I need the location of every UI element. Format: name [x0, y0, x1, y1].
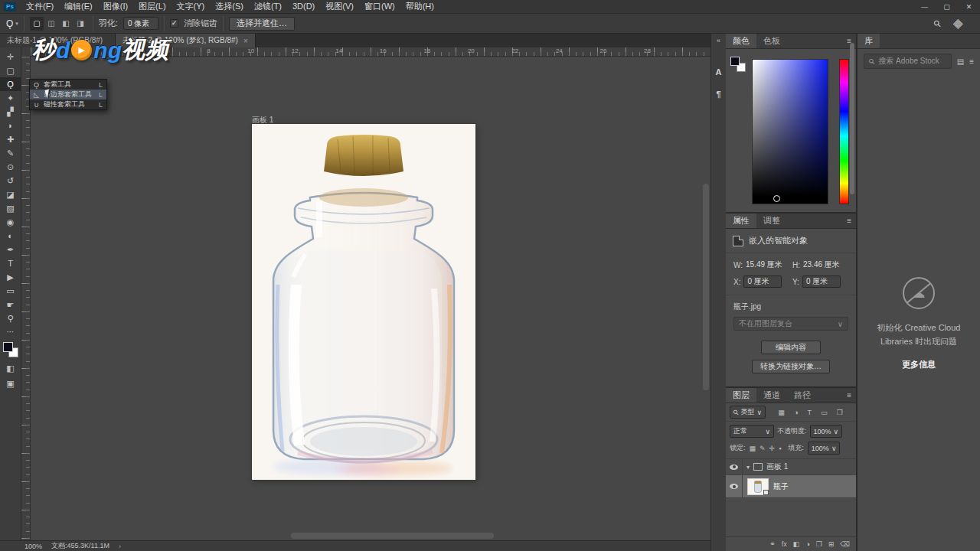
collapse-panels-icon[interactable]: «	[717, 37, 720, 44]
new-layer-icon[interactable]: ⊞	[828, 540, 835, 548]
move-tool-button[interactable]: ✛	[0, 50, 21, 64]
x-input[interactable]: 0 厘米	[743, 276, 782, 288]
menu-image[interactable]: 图像(I)	[98, 0, 133, 13]
flyout-item-lasso-tool[interactable]: Ǫ 套索工具 L	[30, 80, 106, 90]
blur-tool-button[interactable]: ◉	[0, 215, 21, 229]
library-menu-icon[interactable]: ≡	[969, 57, 974, 66]
type-tool-button[interactable]: T	[0, 256, 21, 270]
tab-color[interactable]: 颜色	[726, 34, 756, 48]
subtract-from-selection-button[interactable]: ◧	[59, 17, 73, 31]
layer-comp-select[interactable]: 不在用图层复合 ∨	[733, 317, 848, 331]
menu-select[interactable]: 选择(S)	[210, 0, 249, 13]
marquee-tool-button[interactable]: ▢	[0, 64, 21, 77]
quick-selection-tool-button[interactable]: ✦	[0, 91, 21, 105]
workspace-switcher-icon[interactable]: ▦	[950, 17, 964, 31]
zoom-level-field[interactable]: 100%	[24, 543, 42, 550]
filter-shape-layers-icon[interactable]: ▭	[821, 409, 828, 416]
add-mask-icon[interactable]: ◧	[793, 540, 800, 548]
menu-help[interactable]: 帮助(H)	[400, 0, 439, 13]
horizontal-scrollbar[interactable]	[291, 533, 494, 539]
layer-row-bottle[interactable]: 瓶子	[726, 475, 856, 498]
layer-thumbnail[interactable]	[747, 478, 769, 495]
fg-bg-mini-swatches[interactable]	[730, 57, 747, 73]
delete-layer-icon[interactable]: ⌫	[840, 540, 850, 548]
crop-tool-button[interactable]: ▞	[0, 105, 21, 119]
lock-pixels-icon[interactable]: ✎	[760, 445, 766, 452]
height-value[interactable]: 23.46 厘米	[803, 259, 840, 270]
color-picker-marker[interactable]	[773, 195, 780, 202]
layer-row-artboard[interactable]: ▾ 画板 1	[726, 459, 856, 475]
more-info-link[interactable]: 更多信息	[902, 359, 936, 370]
tab-paths[interactable]: 路径	[787, 388, 818, 403]
filter-adjustment-layers-icon[interactable]: ◑	[794, 409, 798, 416]
flyout-item-magnetic-lasso-tool[interactable]: ∪ 磁性套索工具 L	[30, 99, 106, 109]
y-input[interactable]: 0 厘米	[802, 276, 841, 288]
eraser-tool-button[interactable]: ◪	[0, 187, 21, 201]
filter-pixel-layers-icon[interactable]: ▦	[778, 409, 785, 416]
search-icon[interactable]: ⚲	[931, 17, 943, 29]
menu-view[interactable]: 视图(V)	[320, 0, 359, 13]
menu-type[interactable]: 文字(Y)	[172, 0, 211, 13]
menu-layer[interactable]: 图层(L)	[133, 0, 171, 13]
gradient-tool-button[interactable]: ▨	[0, 201, 21, 215]
visibility-cell[interactable]	[726, 459, 743, 474]
add-to-selection-button[interactable]: ◫	[44, 17, 58, 31]
maximize-button[interactable]: ▢	[936, 0, 958, 13]
antialias-checkbox[interactable]: ✓	[170, 19, 178, 28]
paragraph-panel-icon[interactable]: ¶	[716, 90, 720, 99]
filter-type-layers-icon[interactable]: T	[808, 409, 812, 416]
blend-mode-select[interactable]: 正常 ∨	[730, 425, 774, 438]
menu-edit[interactable]: 编辑(E)	[59, 0, 98, 13]
layer-name[interactable]: 画板 1	[766, 461, 788, 472]
vertical-scrollbar[interactable]	[703, 184, 709, 390]
healing-brush-tool-button[interactable]: ✚	[0, 132, 21, 146]
library-search-input[interactable]: ⚲ 搜索 Adobe Stock	[864, 54, 952, 69]
brush-tool-button[interactable]: ✎	[0, 146, 21, 160]
menu-file[interactable]: 文件(F)	[21, 0, 59, 13]
hue-slider[interactable]	[839, 59, 849, 204]
lasso-tool-button[interactable]: Ǫ	[0, 77, 21, 91]
layer-name[interactable]: 瓶子	[773, 481, 789, 492]
zoom-tool-button[interactable]: ⚲	[0, 311, 21, 325]
tab-channels[interactable]: 通道	[756, 388, 787, 403]
close-tab-icon[interactable]: ×	[243, 37, 248, 45]
eye-icon[interactable]	[730, 484, 738, 489]
adjustment-layer-icon[interactable]: ◑	[805, 540, 809, 548]
lock-position-icon[interactable]: ✛	[769, 445, 776, 452]
menu-window[interactable]: 窗口(W)	[359, 0, 400, 13]
filter-kind-select[interactable]: ⚲ 类型 ∨	[730, 406, 766, 419]
panel-menu-icon[interactable]: ≡	[842, 388, 856, 403]
link-layers-icon[interactable]: ⚭	[769, 540, 776, 548]
width-value[interactable]: 15.49 厘米	[746, 259, 782, 270]
menu-filter[interactable]: 滤镜(T)	[249, 0, 287, 13]
lock-transparency-icon[interactable]: ▦	[750, 445, 756, 452]
edit-contents-button[interactable]: 编辑内容	[761, 341, 821, 354]
shape-tool-button[interactable]: ▭	[0, 284, 21, 298]
eyedropper-tool-button[interactable]: ◗	[0, 119, 21, 132]
expand-collapse-icon[interactable]: ▾	[743, 464, 753, 471]
pen-tool-button[interactable]: ✒	[0, 243, 21, 256]
foreground-background-swatches[interactable]	[2, 341, 19, 358]
saturation-brightness-square[interactable]	[752, 59, 828, 204]
canvas-area[interactable]: 0246810121416182022242628 画板 1	[21, 47, 710, 540]
menu-3d[interactable]: 3D(D)	[287, 0, 320, 13]
character-panel-icon[interactable]: A	[716, 67, 722, 77]
panel-menu-icon[interactable]: ≡	[842, 214, 856, 228]
close-button[interactable]: ✕	[958, 0, 980, 13]
clone-stamp-tool-button[interactable]: ⊙	[0, 160, 21, 174]
document-tab-2[interactable]: 未标题-2 @ 100% (梦幻, RGB/8#) ×	[116, 34, 256, 47]
current-tool-preset[interactable]: Ǫ ▾	[6, 18, 18, 29]
visibility-cell[interactable]	[726, 475, 743, 497]
foreground-color-swatch[interactable]	[3, 342, 13, 352]
minimize-button[interactable]: —	[913, 0, 936, 13]
list-view-icon[interactable]: ▤	[957, 57, 964, 66]
filter-smart-objects-icon[interactable]: ❐	[837, 409, 843, 416]
opacity-select[interactable]: 100% ∨	[810, 425, 843, 438]
screen-mode-icon[interactable]: ▣	[6, 379, 14, 389]
layer-style-icon[interactable]: fx	[782, 540, 787, 548]
path-selection-tool-button[interactable]: ▶	[0, 270, 21, 284]
new-group-icon[interactable]: ❐	[816, 540, 822, 548]
edit-toolbar-icon[interactable]: ⋯	[7, 328, 15, 336]
quick-mask-icon[interactable]: ◧	[6, 364, 14, 373]
status-chevron-icon[interactable]: ›	[119, 543, 121, 550]
